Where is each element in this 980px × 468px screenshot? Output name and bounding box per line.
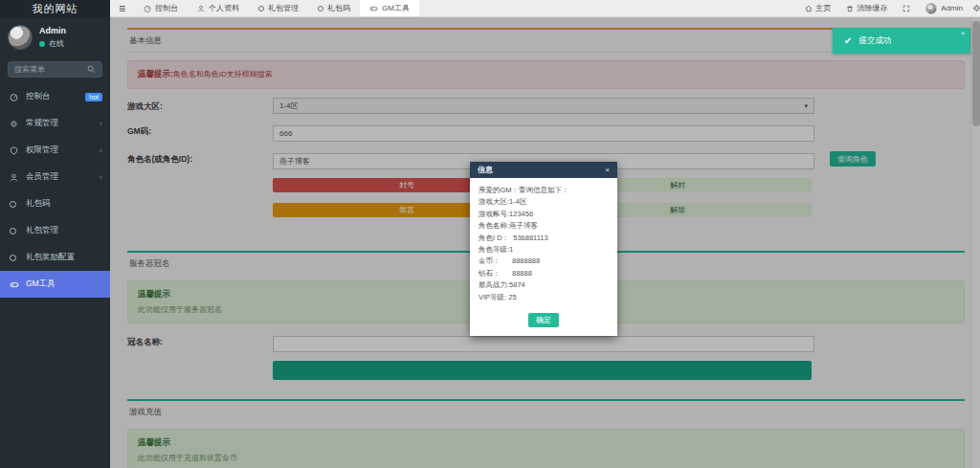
top-navbar: ≡ 控制台 个人资料 礼包管理 礼包码 GM工具 主页 清除缓存 xyxy=(110,0,980,17)
tab-dashboard[interactable]: 控制台 xyxy=(134,0,188,16)
tab-gm-tools[interactable]: GM工具 xyxy=(360,0,419,16)
online-dot-icon xyxy=(39,41,45,47)
modal-line: 金币： 8888888 xyxy=(479,256,609,267)
success-toast: ✔ 提交成功 × xyxy=(833,28,970,54)
sidebar-item-gm-tools[interactable]: GM工具 xyxy=(0,271,110,298)
tab-gift-manage[interactable]: 礼包管理 xyxy=(249,0,308,16)
modal-line: 游戏大区:1-4区 xyxy=(479,196,609,208)
close-icon[interactable]: × xyxy=(961,30,965,36)
user-profile: Admin 在线 xyxy=(0,17,110,54)
modal-line: 角色等级:1 xyxy=(479,244,609,256)
search-icon[interactable] xyxy=(87,65,96,74)
chevron-left-icon: ‹ xyxy=(100,119,102,128)
toast-message: 提交成功 xyxy=(858,35,891,47)
navbar-username[interactable]: Admin xyxy=(941,4,963,12)
avatar xyxy=(8,25,33,50)
confirm-button[interactable]: 确定 xyxy=(528,313,559,327)
close-icon[interactable]: × xyxy=(605,166,610,174)
modal-line: 钻石： 88888 xyxy=(479,268,609,279)
circle-icon xyxy=(258,6,264,11)
circle-icon xyxy=(10,201,20,208)
dashboard-icon xyxy=(144,5,151,12)
clear-cache-link[interactable]: 清除缓存 xyxy=(838,3,895,13)
fullscreen-button[interactable] xyxy=(895,5,918,12)
sidebar-item-permissions[interactable]: 权限管理 ‹ xyxy=(0,137,110,164)
home-link[interactable]: 主页 xyxy=(797,3,838,13)
menu-toggle-icon[interactable]: ≡ xyxy=(110,0,134,16)
circle-icon xyxy=(318,6,323,11)
avatar[interactable] xyxy=(925,3,937,14)
modal-line: 最高战力:5874 xyxy=(479,279,609,291)
sidebar: 我的网站 Admin 在线 控制台 hot 常规管理 ‹ 权限管理 xyxy=(0,0,110,468)
gamepad-icon xyxy=(369,5,378,12)
sidebar-item-gift-manage[interactable]: 礼包管理 xyxy=(0,217,110,244)
sidebar-search[interactable] xyxy=(8,61,102,78)
sidebar-menu: 控制台 hot 常规管理 ‹ 权限管理 ‹ 会员管理 ‹ 礼包码 礼包管理 xyxy=(0,83,110,298)
shield-icon xyxy=(10,146,20,155)
modal-line: VIP等级: 25 xyxy=(479,292,609,303)
tab-giftcode[interactable]: 礼包码 xyxy=(308,0,360,16)
modal-title: 信息 xyxy=(478,165,493,175)
modal-line: 角色I D： 536881113 xyxy=(479,233,609,244)
trash-icon xyxy=(846,5,854,12)
check-icon: ✔ xyxy=(844,35,852,46)
user-icon xyxy=(10,173,20,182)
modal-header: 信息 × xyxy=(470,162,617,178)
circle-icon xyxy=(10,228,20,234)
modal-body: 亲爱的GM：查询信息如下： 游戏大区:1-4区 游戏帐号:123456 角色名称… xyxy=(470,178,617,307)
modal-footer: 确定 xyxy=(470,307,617,336)
navbar-right: 主页 清除缓存 Admin xyxy=(797,0,980,16)
gears-icon xyxy=(10,120,20,128)
sidebar-item-general[interactable]: 常规管理 ‹ xyxy=(0,110,110,137)
info-modal: 信息 × 亲爱的GM：查询信息如下： 游戏大区:1-4区 游戏帐号:123456… xyxy=(470,162,617,336)
expand-icon xyxy=(902,5,910,12)
hot-badge: hot xyxy=(85,93,102,101)
sidebar-item-members[interactable]: 会员管理 ‹ xyxy=(0,164,110,190)
site-title[interactable]: 我的网站 xyxy=(0,0,110,17)
modal-line: 亲爱的GM：查询信息如下： xyxy=(479,185,609,196)
user-name: Admin xyxy=(39,26,66,35)
gear-icon[interactable] xyxy=(972,4,980,12)
gamepad-icon xyxy=(10,280,20,289)
sidebar-item-giftcode[interactable]: 礼包码 xyxy=(0,190,110,217)
sidebar-item-gift-reward-config[interactable]: 礼包奖励配置 xyxy=(0,244,110,271)
modal-line: 角色名称:燕子博客 xyxy=(479,220,609,232)
chevron-left-icon: ‹ xyxy=(100,172,102,182)
sidebar-item-dashboard[interactable]: 控制台 hot xyxy=(0,83,110,110)
modal-line: 游戏帐号:123456 xyxy=(479,209,609,220)
dashboard-icon xyxy=(10,93,20,101)
user-status: 在线 xyxy=(39,38,66,49)
circle-icon xyxy=(10,255,20,261)
search-input[interactable] xyxy=(14,65,87,74)
tab-profile[interactable]: 个人资料 xyxy=(188,0,249,16)
chevron-left-icon: ‹ xyxy=(100,145,102,155)
user-icon xyxy=(197,5,205,12)
home-icon xyxy=(805,5,813,12)
nav-tabs: 控制台 个人资料 礼包管理 礼包码 GM工具 xyxy=(134,0,419,16)
